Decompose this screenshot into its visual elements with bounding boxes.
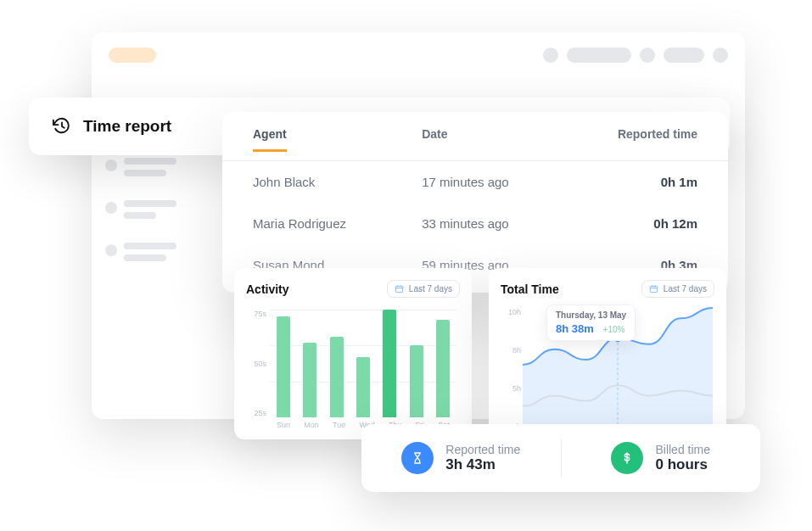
y-tick: 50s: [246, 360, 266, 368]
chart-tooltip: Thursday, 13 May 8h 38m +10%: [546, 305, 636, 341]
summary-billed: Billed time 0 hours: [562, 442, 761, 474]
history-icon: [53, 117, 71, 136]
column-header-date[interactable]: Date: [422, 127, 582, 152]
reported-time-cell: 0h 12m: [582, 216, 697, 231]
total-time-range-chip[interactable]: Last 7 days: [641, 280, 714, 298]
tooltip-date: Thursday, 13 May: [556, 310, 626, 320]
activity-bar: [356, 357, 370, 417]
calendar-icon: [395, 284, 404, 293]
activity-bar: [383, 310, 396, 417]
table-header-row: Agent Date Reported time: [222, 112, 728, 161]
activity-card: Activity Last 7 days 75s 50s 25s SunMonT…: [234, 268, 472, 439]
topbar-pill-placeholder: [567, 48, 631, 63]
agent-name-cell: Maria Rodriguez: [253, 216, 422, 231]
topbar-dot-placeholder: [713, 48, 728, 63]
activity-range-label: Last 7 days: [409, 284, 452, 293]
y-tick: 5h: [502, 384, 521, 393]
background-topbar: [92, 32, 745, 78]
x-tick: Tue: [333, 421, 345, 434]
x-tick: Mon: [304, 421, 319, 434]
agent-name-cell: John Black: [253, 175, 422, 189]
time-report-title: Time report: [83, 117, 171, 136]
reported-time-label: Reported time: [445, 443, 520, 456]
time-report-panel: Agent Date Reported time John Black 17 m…: [222, 112, 728, 293]
total-time-chart: 10h 8h 5h 1h Thursday, 13 May 8h 38m +10…: [501, 303, 714, 436]
activity-bar: [410, 345, 423, 417]
column-header-reported-time[interactable]: Reported time: [582, 127, 697, 152]
date-cell: 33 minutes ago: [422, 216, 582, 231]
activity-chart: 75s 50s 25s SunMonTueWedThuFriSat: [246, 303, 460, 436]
tooltip-value: 8h 38m: [556, 322, 594, 335]
activity-bar: [330, 337, 344, 417]
activity-card-title: Activity: [246, 282, 289, 296]
summary-reported: Reported time 3h 43m: [361, 442, 561, 474]
summary-card: Reported time 3h 43m Billed time 0 hours: [361, 424, 760, 492]
reported-time-cell: 0h 1m: [582, 175, 697, 189]
activity-bar: [303, 343, 316, 417]
topbar-dot-placeholder: [543, 48, 558, 63]
activity-range-chip[interactable]: Last 7 days: [387, 280, 460, 298]
svg-rect-4: [650, 286, 657, 292]
y-tick: 8h: [502, 346, 521, 355]
hourglass-icon: [401, 442, 434, 474]
column-header-agent[interactable]: Agent: [253, 127, 287, 152]
total-time-card: Total Time Last 7 days 10h 8h 5h 1h Thur…: [489, 268, 726, 439]
billed-time-label: Billed time: [655, 443, 710, 456]
x-tick: Sun: [277, 421, 290, 434]
y-tick: 75s: [246, 310, 266, 318]
dollar-icon: [611, 442, 643, 474]
reported-time-value: 3h 43m: [445, 456, 520, 473]
y-tick: 25s: [246, 409, 266, 417]
activity-bar: [436, 320, 450, 417]
table-row: Maria Rodriguez 33 minutes ago 0h 12m: [222, 203, 728, 244]
y-tick: 10h: [502, 308, 521, 316]
total-time-range-label: Last 7 days: [664, 284, 707, 293]
billed-time-value: 0 hours: [655, 456, 710, 473]
calendar-icon: [649, 284, 658, 293]
activity-bar: [277, 316, 290, 417]
topbar-dot-placeholder: [640, 48, 655, 63]
table-row: John Black 17 minutes ago 0h 1m: [222, 161, 728, 203]
svg-rect-0: [395, 286, 402, 292]
tooltip-delta: +10%: [603, 325, 625, 334]
total-time-card-title: Total Time: [501, 282, 559, 296]
logo-placeholder: [109, 48, 156, 63]
date-cell: 17 minutes ago: [422, 175, 582, 189]
topbar-pill-placeholder: [664, 48, 704, 63]
